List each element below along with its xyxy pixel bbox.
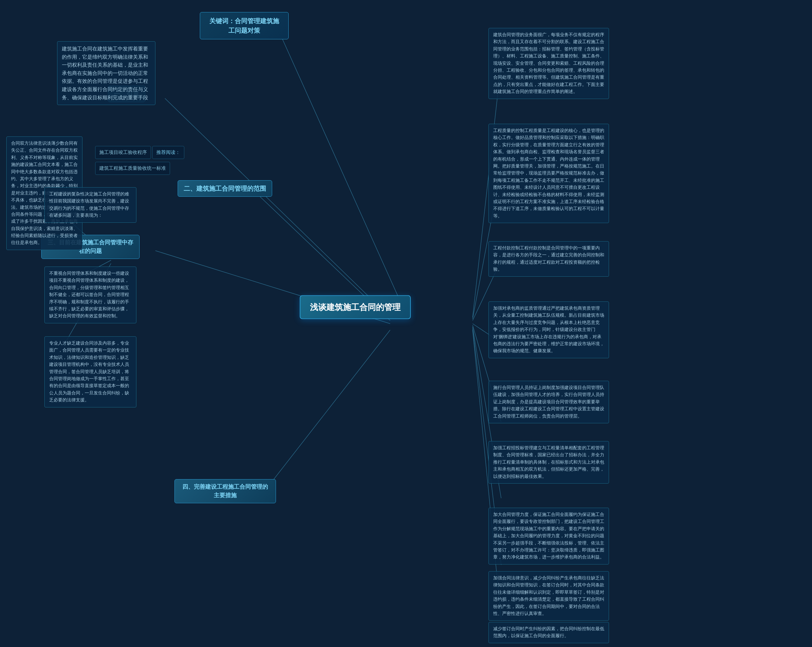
- svg-line-0: [279, 32, 406, 314]
- right-bottom6: 减少签订合同时产生纠纷的因素，把合同纠纷控制在最低范围内，以保证施工合同的全面履…: [488, 622, 609, 643]
- svg-line-1: [165, 98, 390, 317]
- right-bottom5: 加强合同法律意识，减少合同纠纷产生承包商往往缺乏法律知识和合同管理知识，在签订合…: [488, 571, 609, 621]
- problem2-content: 不重视合同管理体系和制度建设一些建设项目不重视合同管理体系和制度的建设，合同向口…: [44, 266, 136, 323]
- right-bottom2: 施行合同管理人员持证上岗制度加强建设项目合同管理队伍建设，加强合同管理人才的培养…: [488, 381, 609, 423]
- section4-title: 四、完善建设工程施工合同管理的主要措施: [174, 479, 276, 503]
- right-bottom3: 加强工程招投标管理建立与工程量清单相配套的工程管理制度、合同管理标准，国家已经出…: [488, 441, 609, 483]
- svg-line-4: [266, 330, 390, 489]
- keyword-text: 关键词：合同管理建筑施工问题对策: [209, 17, 279, 34]
- right-content2: 工程质量的控制工程质量是工程建设的核心，也是管理的核心工作。做好品质管理和控制应…: [488, 124, 609, 223]
- right-content3: 工程付款控制工程付款控制是合同管理中的一项重要内容，是进行各方的手段之一，通过建…: [488, 241, 609, 277]
- problem1-content: 工程建设的复杂性决定施工合同管理的难性目前我国建设市场发展尚不完善，建设交易行为…: [44, 187, 136, 223]
- intro-sub2: 推荐阅读：: [152, 146, 184, 159]
- right-content1: 建筑合同管理的业务面很广，每项业务不仅有规定的程序和方法，而且又存在着不可分割的…: [488, 28, 609, 99]
- intro-sub3: 建筑工程施工质量验收统一标准: [95, 162, 170, 175]
- right-bottom4: 加大合同管理力度，保证施工合同全面履约为保证施工合同全面履行，要设专政管控制部门…: [488, 508, 609, 564]
- problem3-content: 专业人才缺乏建设合同涉及内容多，专业面广，合同管理人员需要有一定的专业技术知识，…: [44, 337, 136, 407]
- central-text: 浅谈建筑施工合同的管理: [310, 303, 401, 312]
- keyword-node: 关键词：合同管理建筑施工问题对策: [200, 12, 288, 39]
- section2-title: 二、建筑施工合同管理的范围: [178, 180, 272, 197]
- intro-sub1: 施工项目竣工验收程序: [95, 146, 151, 159]
- right-bottom1: 加强对承包商的监质管理通过严把建筑承包商资质管理关，从业量工控制建筑施工队伍规模…: [488, 301, 609, 358]
- intro-content: 建筑施工合同在建筑施工中发挥着重要的作用，它是缔约双方明确法律关系和一切权利及责…: [57, 41, 156, 105]
- mind-map: 关键词：合同管理建筑施工问题对策 浅谈建筑施工合同的管理 一、引言 建筑施工合同…: [0, 0, 812, 647]
- central-node: 浅谈建筑施工合同的管理: [300, 295, 411, 319]
